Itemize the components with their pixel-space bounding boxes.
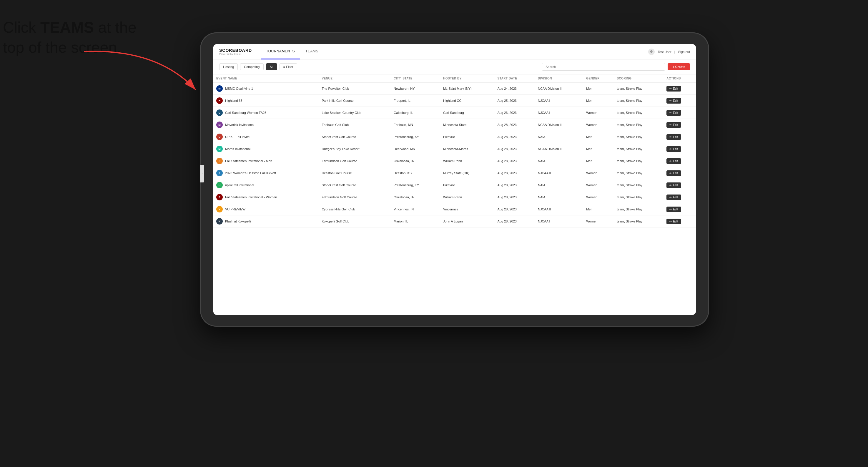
cell-event-name: 2 2023 Women's Hesston Fall Kickoff: [213, 167, 319, 179]
cell-actions: ✏ Edit: [663, 203, 696, 215]
user-name: Test User: [658, 50, 671, 54]
cell-hosted-by: Carl Sandburg: [440, 107, 494, 119]
cell-division: NJCAA I: [535, 107, 583, 119]
cell-start-date: Aug 28, 2023: [495, 131, 535, 143]
pencil-icon: ✏: [670, 148, 672, 151]
cell-scoring: team, Stroke Play: [614, 215, 663, 227]
all-button[interactable]: All: [266, 63, 277, 70]
edit-button[interactable]: ✏ Edit: [666, 207, 681, 212]
instruction-text: Click TEAMS at the top of the screen.: [3, 18, 136, 57]
sidebar-toggle[interactable]: ›: [200, 165, 204, 182]
cell-venue: Hesston Golf Course: [319, 167, 391, 179]
edit-button[interactable]: ✏ Edit: [666, 182, 681, 188]
edit-button[interactable]: ✏ Edit: [666, 110, 681, 116]
cell-gender: Women: [583, 107, 614, 119]
event-name-text: 2023 Women's Hesston Fall Kickoff: [225, 171, 276, 175]
table-row: M Morris Invitational Ruttger's Bay Lake…: [213, 143, 696, 155]
competing-button[interactable]: Competing: [240, 63, 264, 70]
cell-hosted-by: William Penn: [440, 191, 494, 203]
col-hosted-by: HOSTED BY: [440, 74, 494, 83]
table-row: F Fall Statesmen Invitational - Women Ed…: [213, 191, 696, 203]
event-name-text: UPIKE Fall Invite: [225, 135, 249, 138]
cell-start-date: Aug 28, 2023: [495, 143, 535, 155]
cell-division: NJCAA II: [535, 167, 583, 179]
cell-start-date: Aug 28, 2023: [495, 179, 535, 191]
pencil-icon: ✏: [670, 159, 672, 163]
table-body: M MSMC Qualifying 1 The Powelton Club Ne…: [213, 83, 696, 227]
sidebar-chevron: ›: [202, 172, 203, 175]
cell-actions: ✏ Edit: [663, 179, 696, 191]
table-row: H Highland 36 Park Hills Golf Course Fre…: [213, 95, 696, 107]
cell-start-date: Aug 24, 2023: [495, 83, 535, 95]
cell-start-date: Aug 25, 2023: [495, 95, 535, 107]
event-name-text: Morris Invitational: [225, 147, 250, 151]
edit-label: Edit: [673, 196, 678, 199]
filter-button[interactable]: ≡ Filter: [280, 63, 297, 70]
cell-actions: ✏ Edit: [663, 215, 696, 227]
instruction-bold: TEAMS: [40, 19, 94, 36]
cell-actions: ✏ Edit: [663, 95, 696, 107]
edit-button[interactable]: ✏ Edit: [666, 86, 681, 92]
logo-sub: Powered by Clippit: [219, 53, 252, 55]
nav-right: ⚙ Test User | Sign out: [648, 49, 690, 55]
logo-area: SCOREBOARD Powered by Clippit: [219, 48, 252, 55]
edit-label: Edit: [673, 184, 678, 187]
cell-venue: Cypress Hills Golf Club: [319, 203, 391, 215]
edit-button[interactable]: ✏ Edit: [666, 122, 681, 128]
search-input[interactable]: [542, 63, 665, 71]
cell-gender: Men: [583, 95, 614, 107]
cell-division: NJCAA I: [535, 95, 583, 107]
cell-division: NCAA Division III: [535, 143, 583, 155]
table-row: F Fall Statesmen Invitational - Men Edmu…: [213, 155, 696, 167]
cell-scoring: team, Stroke Play: [614, 107, 663, 119]
cell-gender: Women: [583, 167, 614, 179]
edit-button[interactable]: ✏ Edit: [666, 146, 681, 152]
sign-out-link[interactable]: Sign out: [678, 50, 690, 54]
nav-tab-tournaments[interactable]: TOURNAMENTS: [261, 44, 300, 59]
edit-button[interactable]: ✏ Edit: [666, 170, 681, 176]
table-row: 2 2023 Women's Hesston Fall Kickoff Hess…: [213, 167, 696, 179]
cell-hosted-by: John A Logan: [440, 215, 494, 227]
edit-button[interactable]: ✏ Edit: [666, 194, 681, 200]
cell-start-date: Aug 28, 2023: [495, 215, 535, 227]
cell-gender: Women: [583, 179, 614, 191]
pencil-icon: ✏: [670, 220, 672, 223]
cell-venue: Lake Bracken Country Club: [319, 107, 391, 119]
cell-hosted-by: Pikeville: [440, 131, 494, 143]
edit-button[interactable]: ✏ Edit: [666, 219, 681, 224]
cell-hosted-by: Minnesota-Morris: [440, 143, 494, 155]
cell-venue: Park Hills Golf Course: [319, 95, 391, 107]
cell-venue: StoneCrest Golf Course: [319, 179, 391, 191]
edit-button[interactable]: ✏ Edit: [666, 158, 681, 164]
cell-venue: StoneCrest Golf Course: [319, 131, 391, 143]
cell-venue: Kokopelli Golf Club: [319, 215, 391, 227]
cell-gender: Women: [583, 215, 614, 227]
create-button[interactable]: + Create: [668, 63, 690, 70]
filter-bar: Hosting Competing All ≡ Filter + Create: [213, 59, 696, 74]
edit-label: Edit: [673, 123, 678, 127]
nav-tab-teams[interactable]: TEAMS: [300, 44, 324, 59]
cell-division: NJCAA II: [535, 203, 583, 215]
cell-gender: Men: [583, 155, 614, 167]
cell-scoring: team, Stroke Play: [614, 167, 663, 179]
table-row: U upike fall invitational StoneCrest Gol…: [213, 179, 696, 191]
cell-division: NAIA: [535, 179, 583, 191]
settings-icon[interactable]: ⚙: [648, 49, 655, 55]
cell-hosted-by: William Penn: [440, 155, 494, 167]
cell-event-name: U UPIKE Fall Invite: [213, 131, 319, 143]
cell-actions: ✏ Edit: [663, 107, 696, 119]
instruction-line2: top of the screen.: [3, 39, 121, 56]
edit-button[interactable]: ✏ Edit: [666, 98, 681, 103]
cell-venue: The Powelton Club: [319, 83, 391, 95]
team-logo: 2: [216, 170, 223, 176]
cell-city-state: Vincennes, IN: [391, 203, 440, 215]
cell-start-date: Aug 28, 2023: [495, 203, 535, 215]
cell-event-name: K Klash at Kokopelli: [213, 215, 319, 227]
cell-gender: Women: [583, 191, 614, 203]
pencil-icon: ✏: [670, 196, 672, 199]
cell-scoring: team, Stroke Play: [614, 83, 663, 95]
cell-city-state: Faribault, MN: [391, 119, 440, 131]
edit-button[interactable]: ✏ Edit: [666, 134, 681, 140]
hosting-button[interactable]: Hosting: [219, 63, 238, 70]
edit-label: Edit: [673, 99, 678, 102]
